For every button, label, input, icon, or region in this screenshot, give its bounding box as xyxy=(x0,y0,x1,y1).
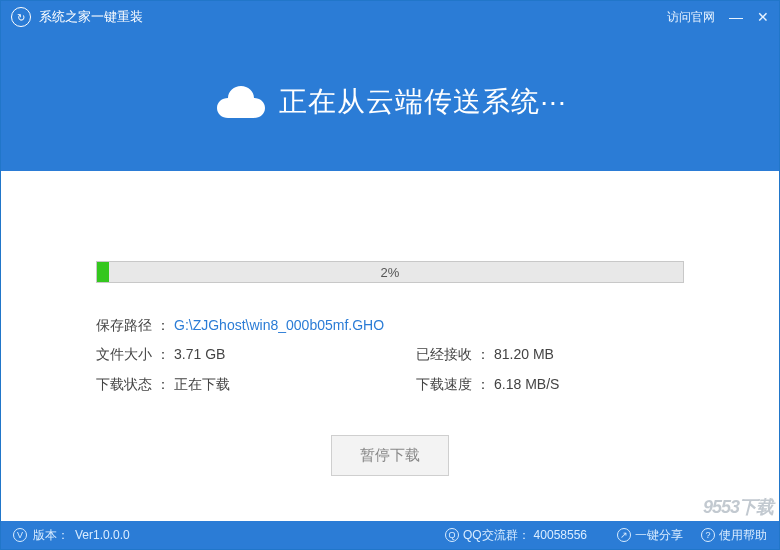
minimize-button[interactable]: — xyxy=(729,10,743,24)
progress-percent-label: 2% xyxy=(97,262,683,282)
share-button[interactable]: ↗ 一键分享 xyxy=(617,527,683,544)
download-info: 保存路径 ： G:\ZJGhost\win8_000b05mf.GHO 文件大小… xyxy=(96,311,684,399)
received-value: 81.20 MB xyxy=(494,340,554,369)
speed-label: 下载速度 xyxy=(416,370,472,399)
file-size-label: 文件大小 xyxy=(96,340,152,369)
help-button[interactable]: ? 使用帮助 xyxy=(701,527,767,544)
banner: 正在从云端传送系统··· xyxy=(1,33,779,171)
received-label: 已经接收 xyxy=(416,340,472,369)
file-size-value: 3.71 GB xyxy=(174,340,225,369)
version-icon: V xyxy=(13,528,27,542)
status-value: 正在下载 xyxy=(174,370,230,399)
save-path-value[interactable]: G:\ZJGhost\win8_000b05mf.GHO xyxy=(174,311,384,340)
save-path-label: 保存路径 xyxy=(96,311,152,340)
visit-site-link[interactable]: 访问官网 xyxy=(667,9,715,26)
help-icon: ? xyxy=(701,528,715,542)
watermark: 9553下载 xyxy=(703,495,773,519)
share-icon: ↗ xyxy=(617,528,631,542)
qq-group-link[interactable]: Q QQ交流群： 40058556 xyxy=(445,527,587,544)
footer: V 版本： Ver1.0.0.0 Q QQ交流群： 40058556 ↗ 一键分… xyxy=(1,521,779,549)
status-label: 下载状态 xyxy=(96,370,152,399)
close-button[interactable]: ✕ xyxy=(757,10,769,24)
app-logo-icon: ↻ xyxy=(11,7,31,27)
cloud-icon xyxy=(213,84,265,120)
content: 2% 保存路径 ： G:\ZJGhost\win8_000b05mf.GHO 文… xyxy=(1,171,779,521)
progress-bar: 2% xyxy=(96,261,684,283)
titlebar: ↻ 系统之家一键重装 访问官网 — ✕ xyxy=(1,1,779,33)
qq-icon: Q xyxy=(445,528,459,542)
version-value: Ver1.0.0.0 xyxy=(75,528,130,542)
app-title: 系统之家一键重装 xyxy=(39,8,667,26)
pause-download-button[interactable]: 暂停下载 xyxy=(331,435,449,476)
version-label: 版本： xyxy=(33,527,69,544)
banner-status-text: 正在从云端传送系统··· xyxy=(279,83,566,121)
speed-value: 6.18 MB/S xyxy=(494,370,559,399)
